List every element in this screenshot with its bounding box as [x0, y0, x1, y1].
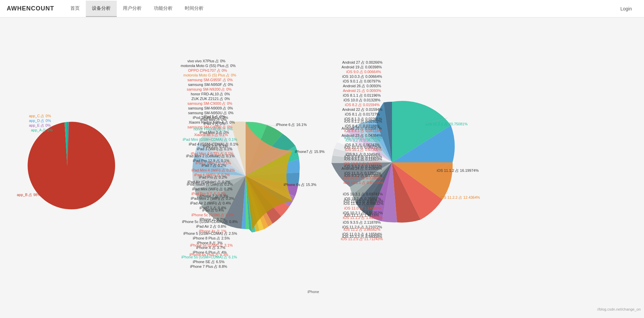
ipadair2-label: iPad Air 2 占 0.8% — [196, 224, 226, 228]
ipadmini2cell-label: iPad Mini 2 (Cellular) 占 0.1% — [186, 154, 235, 158]
ipadmini4wifi-label: iPad Mini 4 (WiFi) 占 0.2% — [191, 168, 235, 172]
moto5-label: motorola Moto G (S) Plus 占 0% — [183, 73, 236, 77]
chart-area: app_C 占 0% app_D 占 0% app_E 占 0% app_A 占… — [0, 18, 644, 314]
login-button[interactable]: Login — [615, 4, 637, 13]
ios1122-label: iOS 11.2.2 占 12.4364% — [440, 195, 480, 199]
ios81-label: iOS 8.1 占 0.01727% — [345, 112, 380, 116]
iphone5cgsm-label: iPhone 5c (GSM) 占 0.5% — [191, 213, 234, 217]
android26-label: Android 26 占 0.0093% — [343, 84, 381, 88]
ios841-label: iOS 8.4.1 占 0.04118% — [344, 129, 382, 133]
ios90-label: iOS 9.0 占 0.00664% — [346, 70, 381, 74]
iphonex-label: iPhone X 占 3.7% — [196, 246, 225, 250]
nav-links: 首页 设备分析 用户分析 功能分析 时间分析 — [64, 1, 210, 17]
nav-time-analysis[interactable]: 时间分析 — [179, 1, 210, 17]
ipod5gen-label: iPod Touch (5 Gen) 占 0.2% — [187, 182, 233, 186]
ipadmini2wifi-label: iPad Mini 2 (WiFi) 占 0.3% — [191, 196, 234, 200]
app-c-label: app_C 占 0% — [29, 114, 51, 118]
ios1011-label: iOS 10.1.1 占 0.61106% — [344, 181, 384, 185]
ios1112-big-label: iOS 11.1.2 占 16.19974% — [437, 168, 479, 172]
iphone8plus-label: iPhone 8 Plus 占 2.5% — [193, 236, 230, 240]
iphone-section-label: iPhone — [308, 290, 319, 294]
app-a-label: app_A 占 2% — [31, 128, 52, 132]
ios931-label: iOS 9.3.1 占 0.11823% — [344, 157, 382, 161]
ipad5-label: iPad 5 占 0% — [204, 115, 225, 119]
ipad7-label: iPad 7 占 0.2% — [202, 163, 226, 167]
iphone6s-label: iPhone 6s 占 15.3% — [284, 183, 316, 187]
iphone6-label: iPhone 6 占 16.1% — [276, 123, 307, 127]
sn9009-label: samsung SM-N9009 占 0% — [188, 106, 233, 110]
android19-label: Android 19 占 0.00398% — [342, 65, 382, 69]
ios82-label: iOS 8.2 占 0.01594% — [345, 103, 380, 107]
sn9200-label: samsung SM-N9200 占 0% — [187, 87, 231, 91]
ios1102-label: iOS 11.0.2 占 0.98832% — [344, 201, 384, 205]
ipadair2wifi-label: iPad Air 2 (WiFi) 占 0.4% — [190, 201, 231, 205]
iphonese-label: iPhone SE 占 6.5% — [193, 260, 224, 264]
honor-frd10-label: honor FRD-AL10 占 0% — [191, 92, 230, 96]
iphone5sgsm+cdma-label: iPhone 5s (GSM+CDMA) 占 6.1% — [181, 255, 237, 259]
android27-label: Android 27 占 0.00266% — [342, 60, 383, 64]
android22-label: Android 22 占 0.01594% — [342, 107, 383, 112]
zuk-label: ZUK ZUK Z2121 占 0% — [191, 97, 230, 101]
ios901-label: iOS 9.0.1 占 0.00797% — [343, 79, 381, 83]
nav-feature-analysis[interactable]: 功能分析 — [148, 1, 179, 17]
ios1021-label: iOS 10.2.1 占 0.37859% — [343, 176, 383, 180]
watermark: //blog.csdn.net/change_on — [597, 307, 641, 311]
ios811-label: iOS 8.1.1 占 0.01196% — [343, 93, 381, 97]
app-e-label: app_E 占 0% — [29, 123, 51, 127]
ipadminiwifi-label: iPad Mini (WiFi) 占 0.2% — [192, 187, 232, 191]
nav-device-analysis[interactable]: 设备分析 — [86, 1, 117, 17]
ipadpro-label: iPad Pro 占 0.2% — [199, 175, 227, 179]
sn950f-label: samsung SM-N950F 占 0% — [188, 83, 233, 87]
iphone7-label: iPhone7 占 15.9% — [295, 150, 325, 154]
sc9000-label: samsung SM-C9000 占 0% — [187, 101, 232, 105]
ios1125-label: iOS 11.2.5 占 11.71243% — [341, 237, 383, 241]
app-b-label: app_B 占 98% — [17, 193, 41, 197]
iphone5gsm+cdma-label: iPhone 5 (GSM+CDMA) 占 2.5% — [183, 231, 237, 235]
oppo-label: OPPO CPH1707 占 0% — [188, 68, 227, 72]
xiaomi-mi5-label: Xiaomi MI 5 占 0.1% — [194, 133, 228, 137]
iphone5cgsm+cdma-label: iPhone 5c (GSM+CDMA) 占 0.8% — [182, 220, 238, 224]
android21-label: Android 21 占 0.0093% — [343, 89, 381, 93]
ipad4-label: iPad 4 占 0% — [204, 122, 225, 126]
moto-label: motorola Moto G (5S) Plus 占 0% — [181, 64, 236, 68]
ios1112-label: iOS 11.1.2 占 1.82919% — [343, 216, 383, 220]
ipad-label: iPad 占 0.4% — [202, 208, 224, 212]
nav-home[interactable]: 首页 — [64, 1, 86, 17]
ios100-label: iOS 10.0 占 0.01328% — [344, 98, 381, 102]
android24-label: Android 24 占 0.15808% — [342, 166, 382, 170]
ios101-label: iOS 10.1 占 0.07306% — [345, 148, 382, 152]
ios92-label: iOS 9.2 占 0.06111% — [346, 138, 381, 142]
ios935-label: iOS 9.3.5 占 2.11878% — [343, 220, 381, 224]
ios112-small-label: iOS 11.2 占 3.86562% — [344, 227, 381, 231]
nav-user-analysis[interactable]: 用户分析 — [117, 1, 148, 17]
vivo-label: vivo vivo X7Plus 占 0% — [187, 59, 225, 63]
app-d-label: app_D 占 0% — [29, 119, 51, 123]
ios812-label: iOS 8.1.2 占 0.02922% — [344, 119, 382, 123]
ios110-label: iOS 11.0 占 1.14242% — [344, 206, 381, 210]
navbar: AWHENCOUNT 首页 设备分析 用户分析 功能分析 时间分析 Login — [0, 0, 644, 18]
iphone7plus-label: iPhone 7 Plus 占 8.8% — [190, 264, 227, 268]
ios1121-label: iOS 11.2.1 占 20.75081% — [426, 122, 468, 126]
main-chart-svg: app_C 占 0% app_D 占 0% app_E 占 0% app_A 占… — [0, 18, 644, 314]
ios1003-label: iOS 10.0.3 占 0.00664% — [342, 74, 382, 78]
sg955f-label: samsung SM-G955F 占 0% — [187, 78, 233, 82]
ios1031-label: iOS 10.3.1 占 0.69741% — [343, 192, 383, 196]
app-b-slice — [28, 122, 115, 209]
brand-logo: AWHENCOUNT — [7, 5, 54, 12]
ipadmini-gsm-label: iPad Mini (GSM+CDMA) 占 0.1% — [183, 137, 237, 141]
ipad3wifi-label: iPad 3 (WiFi) 占 0.1% — [197, 147, 232, 151]
